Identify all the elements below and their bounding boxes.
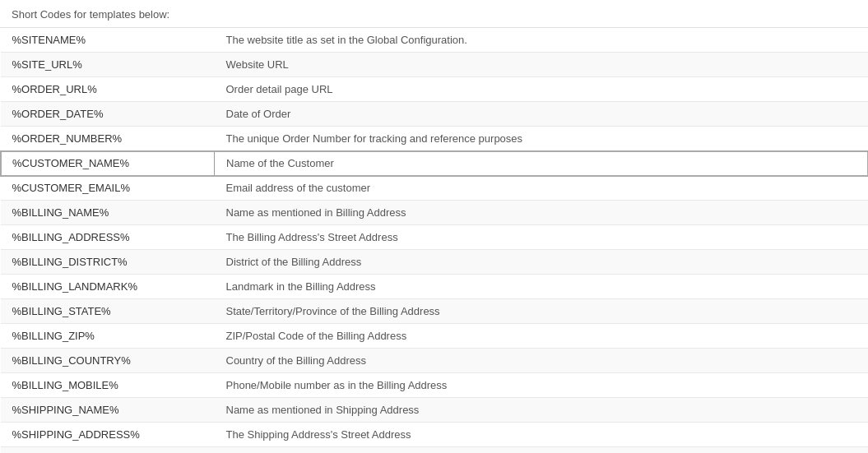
table-row: %ORDER_NUMBER%The unique Order Number fo… [1,127,869,151]
shortcode-cell: %SITE_URL% [1,53,215,77]
shortcode-cell: %BILLING_ZIP% [1,324,215,349]
shortcodes-table: %SITENAME%The website title as set in th… [0,28,868,453]
shortcode-cell: %BILLING_MOBILE% [1,373,215,398]
table-row: %SHIPPING_NAME%Name as mentioned in Ship… [1,398,869,423]
table-row: %BILLING_NAME%Name as mentioned in Billi… [1,201,869,225]
table-row: %BILLING_ADDRESS%The Billing Address's S… [1,225,869,250]
description-cell: District of the Shipping Address [215,447,869,454]
shortcode-cell: %BILLING_COUNTRY% [1,349,215,373]
table-row: %BILLING_STATE%State/Territory/Province … [1,299,869,324]
description-cell: District of the Billing Address [215,250,869,275]
table-row: %BILLING_LANDMARK%Landmark in the Billin… [1,275,869,299]
description-cell: ZIP/Postal Code of the Billing Address [215,324,869,349]
table-row: %BILLING_MOBILE%Phone/Mobile number as i… [1,373,869,398]
description-cell: The website title as set in the Global C… [215,28,869,53]
table-row: %BILLING_ZIP%ZIP/Postal Code of the Bill… [1,324,869,349]
description-cell: Name as mentioned in Shipping Address [215,398,869,423]
table-row: %SHIPPING_DISTRICT%District of the Shipp… [1,447,869,454]
table-row: %ORDER_URL%Order detail page URL [1,77,869,102]
shortcode-cell: %ORDER_URL% [1,77,215,102]
description-cell: Website URL [215,53,869,77]
shortcode-cell: %ORDER_NUMBER% [1,127,215,151]
description-cell: Date of Order [215,102,869,127]
description-cell: The Shipping Address's Street Address [215,423,869,447]
shortcode-cell: %BILLING_ADDRESS% [1,225,215,250]
shortcode-cell: %CUSTOMER_EMAIL% [1,176,215,201]
description-cell: The unique Order Number for tracking and… [215,127,869,151]
page-header: Short Codes for templates below: [0,0,868,28]
shortcode-cell: %SHIPPING_NAME% [1,398,215,423]
description-cell: Landmark in the Billing Address [215,275,869,299]
shortcode-cell: %SITENAME% [1,28,215,53]
description-cell: The Billing Address's Street Address [215,225,869,250]
table-row: %BILLING_COUNTRY%Country of the Billing … [1,349,869,373]
description-cell: State/Territory/Province of the Billing … [215,299,869,324]
shortcode-cell: %CUSTOMER_NAME% [1,151,215,176]
description-cell: Country of the Billing Address [215,349,869,373]
shortcode-cell: %BILLING_LANDMARK% [1,275,215,299]
description-cell: Order detail page URL [215,77,869,102]
header-text: Short Codes for templates below: [12,8,169,21]
shortcode-cell: %BILLING_STATE% [1,299,215,324]
table-row: %BILLING_DISTRICT%District of the Billin… [1,250,869,275]
table-row: %CUSTOMER_NAME%Name of the Customer [1,151,869,176]
shortcode-cell: %SHIPPING_DISTRICT% [1,447,215,454]
table-row: %SHIPPING_ADDRESS%The Shipping Address's… [1,423,869,447]
table-row: %ORDER_DATE%Date of Order [1,102,869,127]
table-row: %SITENAME%The website title as set in th… [1,28,869,53]
description-cell: Name of the Customer [215,151,869,176]
description-cell: Phone/Mobile number as in the Billing Ad… [215,373,869,398]
description-cell: Name as mentioned in Billing Address [215,201,869,225]
table-row: %SITE_URL%Website URL [1,53,869,77]
table-row: %CUSTOMER_EMAIL%Email address of the cus… [1,176,869,201]
shortcode-cell: %BILLING_DISTRICT% [1,250,215,275]
shortcode-cell: %BILLING_NAME% [1,201,215,225]
shortcode-cell: %ORDER_DATE% [1,102,215,127]
shortcode-cell: %SHIPPING_ADDRESS% [1,423,215,447]
description-cell: Email address of the customer [215,176,869,201]
